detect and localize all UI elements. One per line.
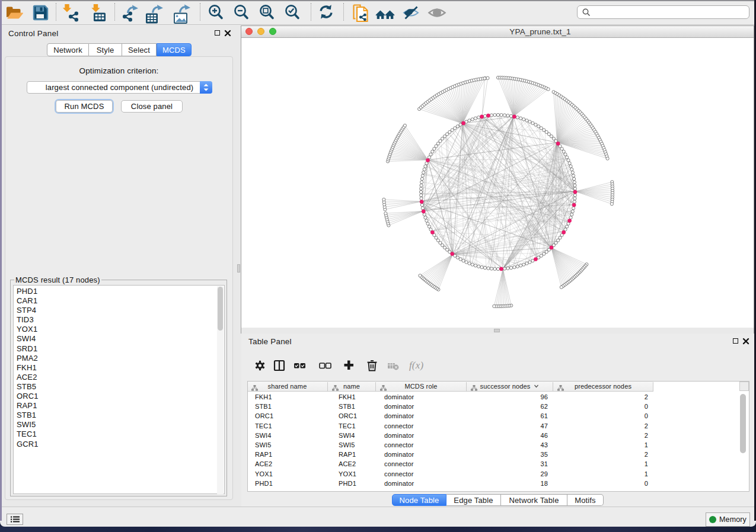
svg-text:f(x): f(x)	[409, 360, 423, 371]
